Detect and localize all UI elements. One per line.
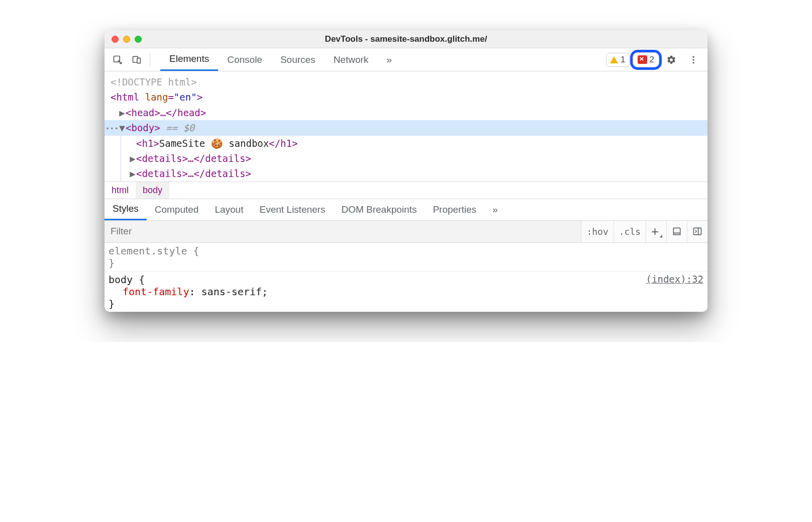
element-style-rule[interactable]: element.style { }	[105, 243, 707, 272]
tab-elements[interactable]: Elements	[160, 48, 218, 71]
tab-console[interactable]: Console	[218, 48, 271, 71]
css-property-value: sans-serif;	[201, 286, 268, 298]
styles-filter-input[interactable]	[105, 221, 581, 242]
tabs-overflow-icon[interactable]: »	[377, 48, 401, 71]
tab-sources[interactable]: Sources	[271, 48, 325, 71]
svg-rect-2	[137, 58, 141, 63]
pane-tab-layout[interactable]: Layout	[207, 199, 251, 220]
pane-tab-dom-breakpoints[interactable]: DOM Breakpoints	[333, 199, 425, 220]
dom-tree[interactable]: <!DOCTYPE html> <html lang="en"> ▶<head>…	[105, 71, 707, 182]
dom-details-2[interactable]: ▶<details>…</details>	[121, 166, 707, 181]
dom-body-children: <h1>SameSite 🍪 sandbox</h1> ▶<details>…<…	[121, 136, 707, 182]
pane-tab-computed[interactable]: Computed	[147, 199, 207, 220]
body-style-rule[interactable]: (index):32 body { font-family: sans-seri…	[105, 272, 707, 312]
toolbar-right: 1 2	[606, 51, 703, 69]
devtools-window: DevTools - samesite-sandbox.glitch.me/ E…	[105, 30, 707, 312]
device-toolbar-icon[interactable]	[128, 51, 146, 69]
divider	[150, 53, 150, 67]
collapse-arrow-icon[interactable]: ▼	[119, 120, 126, 135]
dom-h1[interactable]: <h1>SameSite 🍪 sandbox</h1>	[121, 136, 707, 151]
rule-selector: element.style {	[109, 245, 703, 257]
dropdown-corner-icon: ◢	[660, 233, 662, 238]
breadcrumbs: html body	[105, 182, 707, 199]
inspect-element-icon[interactable]	[109, 51, 127, 69]
svg-rect-7	[694, 228, 701, 235]
dom-html-open[interactable]: <html lang="en">	[105, 90, 707, 105]
plus-icon: +	[651, 224, 658, 238]
rule-close: }	[109, 298, 703, 310]
more-options-icon[interactable]	[684, 51, 702, 69]
expand-arrow-icon[interactable]: ▶	[119, 105, 126, 120]
dom-doctype[interactable]: <!DOCTYPE html>	[105, 74, 707, 90]
rule-close: }	[109, 257, 703, 269]
pane-tab-styles[interactable]: Styles	[105, 199, 147, 220]
svg-point-4	[692, 59, 694, 60]
expand-arrow-icon[interactable]: ▶	[129, 166, 136, 181]
tab-network[interactable]: Network	[325, 48, 378, 71]
titlebar: DevTools - samesite-sandbox.glitch.me/	[105, 30, 707, 48]
svg-point-5	[692, 62, 694, 63]
sidebar-pane-tabs: Styles Computed Layout Event Listeners D…	[105, 199, 707, 221]
dom-details-1[interactable]: ▶<details>…</details>	[121, 151, 707, 166]
window-title: DevTools - samesite-sandbox.glitch.me/	[105, 34, 707, 44]
issues-count: 2	[650, 55, 654, 65]
style-rules: element.style { } (index):32 body { font…	[105, 243, 707, 312]
warning-icon	[610, 56, 618, 63]
rule-selector: body {	[109, 274, 703, 286]
warnings-count: 1	[621, 55, 625, 65]
pane-tab-event-listeners[interactable]: Event Listeners	[251, 199, 333, 220]
crumb-html[interactable]: html	[105, 182, 136, 199]
computed-styles-icon[interactable]	[666, 221, 687, 242]
toggle-classes-button[interactable]: .cls	[614, 221, 646, 242]
warnings-counter[interactable]: 1	[606, 53, 629, 67]
dom-head[interactable]: ▶<head>…</head>	[105, 105, 707, 120]
expand-arrow-icon[interactable]: ▶	[129, 151, 136, 166]
pane-tab-properties[interactable]: Properties	[425, 199, 484, 220]
rule-source-link[interactable]: (index):32	[646, 274, 703, 285]
issues-counter[interactable]: 2	[633, 52, 659, 67]
styles-toolbar: :hov .cls + ◢	[105, 221, 707, 243]
css-declaration[interactable]: font-family: sans-serif;	[109, 286, 703, 298]
main-toolbar: Elements Console Sources Network » 1 2	[105, 48, 707, 71]
toggle-sidebar-icon[interactable]	[687, 221, 707, 242]
css-property-name: font-family	[123, 286, 189, 298]
panel-tabs: Elements Console Sources Network »	[160, 48, 401, 71]
pane-tabs-overflow-icon[interactable]: »	[484, 199, 506, 220]
dom-body-open[interactable]: ▼<body> == $0	[105, 120, 707, 135]
svg-rect-6	[673, 228, 680, 233]
new-style-rule-button[interactable]: + ◢	[646, 221, 666, 242]
toggle-hover-button[interactable]: :hov	[581, 221, 613, 242]
settings-icon[interactable]	[662, 51, 680, 69]
issues-icon	[638, 55, 647, 64]
crumb-body[interactable]: body	[136, 182, 169, 199]
svg-point-3	[692, 56, 694, 57]
